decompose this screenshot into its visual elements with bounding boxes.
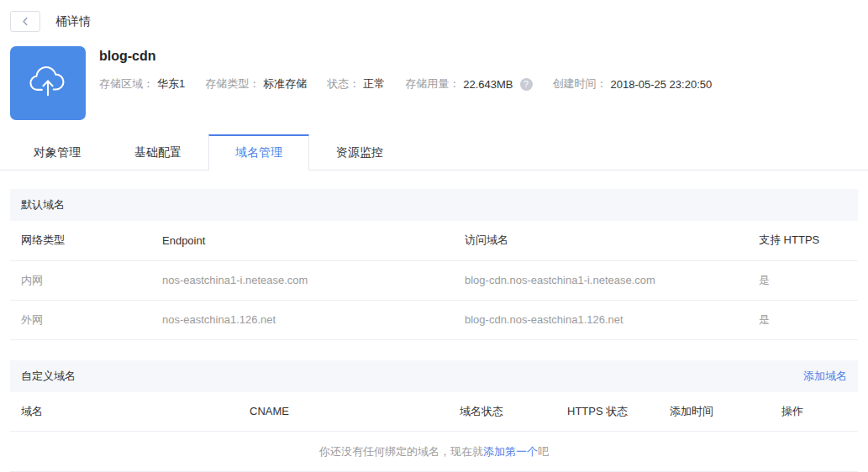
tab-domain-management[interactable]: 域名管理 — [208, 134, 309, 170]
tab-basic-config[interactable]: 基础配置 — [108, 134, 208, 170]
status-value: 正常 — [363, 76, 385, 92]
info-created: 创建时间： 2018-05-25 23:20:50 — [553, 76, 713, 92]
tab-resource-monitor[interactable]: 资源监控 — [309, 134, 410, 170]
info-region: 存储区域： 华东1 — [99, 76, 185, 92]
info-storage-type: 存储类型： 标准存储 — [205, 76, 307, 92]
add-first-domain-link[interactable]: 添加第一个 — [483, 445, 538, 458]
default-domain-section: 默认域名 网络类型 Endpoint 访问域名 支持 HTTPS 内网 nos-… — [10, 189, 858, 340]
col-https-support: 支持 HTTPS — [748, 221, 858, 260]
empty-state-suffix: 吧 — [538, 445, 549, 458]
col-access-domain: 访问域名 — [454, 221, 748, 260]
default-domain-table: 网络类型 Endpoint 访问域名 支持 HTTPS 内网 nos-eastc… — [10, 221, 858, 340]
tab-object-management[interactable]: 对象管理 — [7, 134, 108, 170]
section-title: 默认域名 — [21, 197, 65, 212]
bucket-info-line: 存储区域： 华东1 存储类型： 标准存储 状态： 正常 存储用量： 22.643… — [99, 76, 732, 92]
col-endpoint: Endpoint — [151, 221, 454, 260]
custom-domain-section: 自定义域名 添加域名 域名 CNAME 域名状态 HTTPS 状态 添加时间 操… — [10, 360, 858, 472]
bucket-name: blog-cdn — [99, 49, 732, 64]
table-row: 内网 nos-eastchina1-i.netease.com blog-cdn… — [10, 260, 858, 300]
page-title: 桶详情 — [55, 14, 91, 29]
section-title: 自定义域名 — [21, 369, 76, 384]
col-domain: 域名 — [10, 392, 239, 432]
table-header-row: 域名 CNAME 域名状态 HTTPS 状态 添加时间 操作 — [10, 392, 858, 432]
info-usage: 存储用量： 22.643MB ? — [405, 76, 532, 92]
topbar: 桶详情 — [0, 0, 868, 32]
bucket-meta: blog-cdn 存储区域： 华东1 存储类型： 标准存储 状态： 正常 存储用… — [99, 46, 732, 120]
col-network-type: 网络类型 — [10, 221, 151, 260]
default-domain-section-header: 默认域名 — [10, 189, 858, 221]
table-row: 外网 nos-eastchina1.126.net blog-cdn.nos-e… — [10, 300, 858, 339]
info-status: 状态： 正常 — [327, 76, 385, 92]
custom-domain-section-header: 自定义域名 添加域名 — [10, 360, 858, 392]
bucket-icon — [10, 46, 86, 120]
back-button[interactable] — [10, 11, 40, 32]
empty-state: 你还没有任何绑定的域名，现在就添加第一个吧 — [10, 432, 858, 472]
col-actions: 操作 — [771, 392, 858, 432]
bucket-header: blog-cdn 存储区域： 华东1 存储类型： 标准存储 状态： 正常 存储用… — [10, 46, 858, 120]
cloud-upload-icon — [25, 59, 71, 108]
bucket-detail-page: 桶详情 blog-cdn 存储区域： 华东1 — [0, 0, 868, 472]
empty-state-text: 你还没有任何绑定的域名，现在就 — [319, 445, 483, 458]
col-cname: CNAME — [239, 392, 449, 432]
add-domain-button[interactable]: 添加域名 — [803, 369, 847, 384]
custom-domain-table: 域名 CNAME 域名状态 HTTPS 状态 添加时间 操作 你还没有任何绑定的… — [10, 392, 858, 472]
col-https-status: HTTPS 状态 — [556, 392, 659, 432]
empty-state-row: 你还没有任何绑定的域名，现在就添加第一个吧 — [10, 432, 858, 472]
col-domain-status: 域名状态 — [449, 392, 556, 432]
chevron-left-icon — [21, 14, 30, 29]
col-add-time: 添加时间 — [659, 392, 771, 432]
tab-bar: 对象管理 基础配置 域名管理 资源监控 — [0, 134, 868, 170]
table-header-row: 网络类型 Endpoint 访问域名 支持 HTTPS — [10, 221, 858, 260]
question-circle-icon[interactable]: ? — [520, 78, 533, 91]
